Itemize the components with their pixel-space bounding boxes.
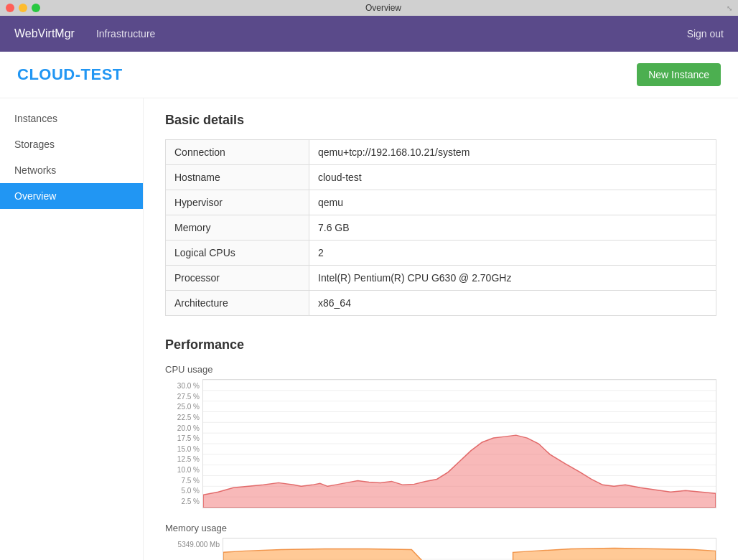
cpu-chart-section: CPU usage 30.0 % 27.5 % 25.0 % 22.5 % 20…: [165, 364, 716, 508]
memory-chart-label: Memory usage: [165, 523, 716, 533]
detail-key: Hypervisor: [166, 190, 309, 215]
detail-key: Logical CPUs: [166, 241, 309, 266]
signout-link[interactable]: Sign out: [687, 28, 724, 39]
basic-details-title: Basic details: [165, 113, 716, 128]
table-row: ProcessorIntel(R) Pentium(R) CPU G630 @ …: [166, 266, 716, 291]
page: CLOUD-TEST New Instance Instances Storag…: [0, 52, 738, 560]
performance-title: Performance: [165, 337, 716, 353]
sidebar-item-overview[interactable]: Overview: [0, 183, 143, 209]
table-row: Architecturex86_64: [166, 291, 716, 316]
memory-chart-svg: [223, 538, 716, 560]
page-header: CLOUD-TEST New Instance: [0, 52, 738, 98]
table-row: Connectionqemu+tcp://192.168.10.21/syste…: [166, 140, 716, 165]
page-title: CLOUD-TEST: [17, 65, 123, 84]
memory-chart-wrapper: [223, 538, 716, 560]
detail-value: cloud-test: [309, 165, 716, 190]
infrastructure-link[interactable]: Infrastructure: [96, 28, 155, 39]
sidebar-item-storages[interactable]: Storages: [0, 131, 143, 157]
detail-value: x86_64: [309, 291, 716, 316]
svg-marker-17: [223, 549, 484, 561]
table-row: Logical CPUs2: [166, 241, 716, 266]
content-area: Basic details Connectionqemu+tcp://192.1…: [144, 98, 738, 560]
detail-value: qemu+tcp://192.168.10.21/system: [309, 140, 716, 165]
minimize-button[interactable]: [19, 4, 27, 12]
sidebar-item-networks[interactable]: Networks: [0, 157, 143, 183]
detail-key: Hostname: [166, 165, 309, 190]
details-table: Connectionqemu+tcp://192.168.10.21/syste…: [165, 139, 716, 316]
cpu-chart-svg: [202, 379, 716, 508]
cpu-chart-label: CPU usage: [165, 364, 716, 375]
table-row: Memory7.6 GB: [166, 215, 716, 241]
memory-y-axis: 5349.000 Mb 5348.875 Mb: [165, 538, 223, 560]
svg-marker-13: [203, 435, 716, 508]
titlebar: Overview ⤡: [0, 0, 738, 16]
table-row: Hostnamecloud-test: [166, 165, 716, 190]
detail-key: Connection: [166, 140, 309, 165]
cpu-chart-wrapper: [202, 379, 716, 508]
detail-value: Intel(R) Pentium(R) CPU G630 @ 2.70GHz: [309, 266, 716, 291]
close-button[interactable]: [6, 4, 14, 12]
svg-marker-18: [513, 549, 716, 560]
detail-value: 7.6 GB: [309, 215, 716, 241]
detail-value: 2: [309, 241, 716, 266]
brand-logo[interactable]: WebVirtMgr: [14, 27, 75, 40]
detail-key: Memory: [166, 215, 309, 241]
cpu-y-axis: 30.0 % 27.5 % 25.0 % 22.5 % 20.0 % 17.5 …: [165, 379, 202, 508]
new-instance-button[interactable]: New Instance: [637, 63, 721, 86]
detail-key: Architecture: [166, 291, 309, 316]
main-layout: Instances Storages Networks Overview Bas…: [0, 98, 738, 560]
memory-chart-section: Memory usage 5349.000 Mb 5348.875 Mb: [165, 523, 716, 560]
table-row: Hypervisorqemu: [166, 190, 716, 215]
maximize-button[interactable]: [32, 4, 40, 12]
resize-icon: ⤡: [727, 4, 732, 12]
detail-value: qemu: [309, 190, 716, 215]
sidebar: Instances Storages Networks Overview: [0, 98, 144, 560]
detail-key: Processor: [166, 266, 309, 291]
window-title: Overview: [45, 3, 722, 13]
sidebar-item-instances[interactable]: Instances: [0, 106, 143, 131]
navbar: WebVirtMgr Infrastructure Sign out: [0, 16, 738, 52]
